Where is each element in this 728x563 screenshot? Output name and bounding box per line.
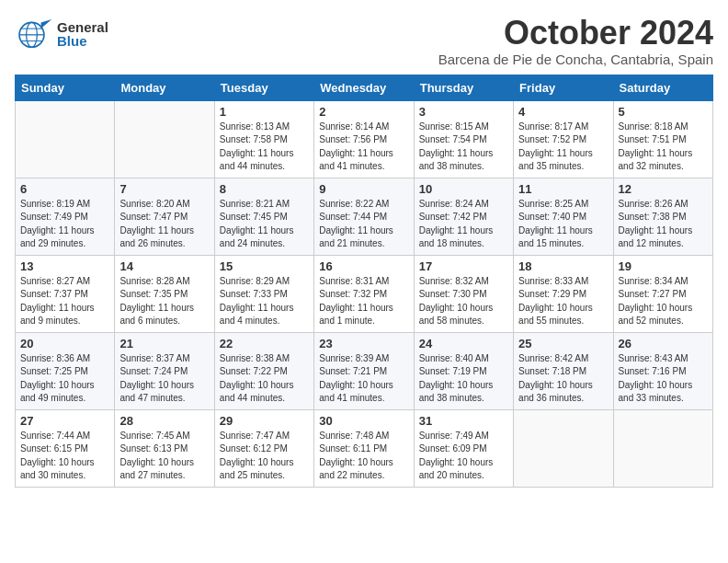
day-info: Sunrise: 8:24 AM Sunset: 7:42 PM Dayligh… bbox=[419, 198, 508, 251]
day-info: Sunrise: 8:25 AM Sunset: 7:40 PM Dayligh… bbox=[518, 198, 608, 251]
day-info: Sunrise: 8:28 AM Sunset: 7:35 PM Dayligh… bbox=[119, 275, 209, 328]
logo: General Blue bbox=[15, 15, 108, 53]
day-info: Sunrise: 8:18 AM Sunset: 7:51 PM Dayligh… bbox=[619, 121, 708, 174]
day-info: Sunrise: 8:40 AM Sunset: 7:19 PM Dayligh… bbox=[419, 352, 508, 406]
calendar-cell: 3Sunrise: 8:15 AM Sunset: 7:54 PM Daylig… bbox=[414, 100, 513, 178]
day-info: Sunrise: 8:14 AM Sunset: 7:56 PM Dayligh… bbox=[319, 121, 408, 174]
calendar-week-2: 6Sunrise: 8:19 AM Sunset: 7:49 PM Daylig… bbox=[16, 178, 713, 255]
day-number: 26 bbox=[619, 337, 708, 350]
calendar-cell bbox=[613, 409, 712, 487]
logo-general-text: General bbox=[57, 20, 108, 34]
day-info: Sunrise: 8:36 AM Sunset: 7:25 PM Dayligh… bbox=[20, 352, 109, 406]
day-number: 28 bbox=[119, 414, 209, 428]
day-info: Sunrise: 7:49 AM Sunset: 6:09 PM Dayligh… bbox=[419, 430, 508, 483]
calendar-cell: 20Sunrise: 8:36 AM Sunset: 7:25 PM Dayli… bbox=[16, 332, 115, 409]
calendar-cell: 6Sunrise: 8:19 AM Sunset: 7:49 PM Daylig… bbox=[16, 178, 115, 255]
day-number: 30 bbox=[319, 414, 408, 428]
calendar-week-4: 20Sunrise: 8:36 AM Sunset: 7:25 PM Dayli… bbox=[16, 332, 713, 409]
day-number: 21 bbox=[119, 337, 209, 350]
calendar-cell: 19Sunrise: 8:34 AM Sunset: 7:27 PM Dayli… bbox=[613, 255, 712, 332]
calendar-cell: 25Sunrise: 8:42 AM Sunset: 7:18 PM Dayli… bbox=[514, 332, 613, 409]
calendar-cell: 26Sunrise: 8:43 AM Sunset: 7:16 PM Dayli… bbox=[613, 332, 712, 409]
day-number: 17 bbox=[419, 259, 508, 273]
day-header-saturday: Saturday bbox=[613, 75, 712, 100]
calendar-cell: 30Sunrise: 7:48 AM Sunset: 6:11 PM Dayli… bbox=[314, 409, 414, 487]
calendar-cell bbox=[115, 100, 214, 178]
day-header-tuesday: Tuesday bbox=[214, 75, 313, 100]
day-number: 11 bbox=[518, 182, 608, 196]
day-info: Sunrise: 8:34 AM Sunset: 7:27 PM Dayligh… bbox=[619, 275, 708, 328]
calendar-cell: 14Sunrise: 8:28 AM Sunset: 7:35 PM Dayli… bbox=[115, 255, 214, 332]
calendar-week-5: 27Sunrise: 7:44 AM Sunset: 6:15 PM Dayli… bbox=[16, 409, 713, 487]
day-number: 20 bbox=[20, 337, 109, 350]
day-info: Sunrise: 7:47 AM Sunset: 6:12 PM Dayligh… bbox=[220, 430, 309, 483]
day-number: 14 bbox=[119, 259, 209, 273]
calendar-cell: 27Sunrise: 7:44 AM Sunset: 6:15 PM Dayli… bbox=[16, 409, 115, 487]
calendar-table: SundayMondayTuesdayWednesdayThursdayFrid… bbox=[15, 75, 713, 488]
logo-icon bbox=[15, 15, 53, 53]
calendar-cell: 10Sunrise: 8:24 AM Sunset: 7:42 PM Dayli… bbox=[414, 178, 513, 255]
calendar-cell: 16Sunrise: 8:31 AM Sunset: 7:32 PM Dayli… bbox=[314, 255, 414, 332]
day-info: Sunrise: 8:15 AM Sunset: 7:54 PM Dayligh… bbox=[419, 121, 508, 174]
day-info: Sunrise: 8:33 AM Sunset: 7:29 PM Dayligh… bbox=[518, 275, 608, 328]
day-number: 16 bbox=[319, 259, 408, 273]
day-number: 24 bbox=[419, 337, 508, 350]
day-number: 3 bbox=[419, 105, 508, 119]
day-info: Sunrise: 8:42 AM Sunset: 7:18 PM Dayligh… bbox=[518, 352, 608, 406]
calendar-cell: 18Sunrise: 8:33 AM Sunset: 7:29 PM Dayli… bbox=[514, 255, 613, 332]
day-number: 6 bbox=[20, 182, 109, 196]
day-number: 23 bbox=[319, 337, 408, 350]
calendar-cell: 17Sunrise: 8:32 AM Sunset: 7:30 PM Dayli… bbox=[414, 255, 513, 332]
day-info: Sunrise: 8:26 AM Sunset: 7:38 PM Dayligh… bbox=[619, 198, 708, 251]
day-number: 31 bbox=[419, 414, 508, 428]
calendar-cell: 29Sunrise: 7:47 AM Sunset: 6:12 PM Dayli… bbox=[214, 409, 313, 487]
day-info: Sunrise: 8:37 AM Sunset: 7:24 PM Dayligh… bbox=[119, 352, 209, 406]
day-number: 25 bbox=[518, 337, 608, 350]
day-header-friday: Friday bbox=[514, 75, 613, 100]
calendar-cell: 13Sunrise: 8:27 AM Sunset: 7:37 PM Dayli… bbox=[16, 255, 115, 332]
calendar-cell bbox=[514, 409, 613, 487]
day-header-sunday: Sunday bbox=[16, 75, 115, 100]
day-number: 22 bbox=[220, 337, 309, 350]
calendar-cell: 4Sunrise: 8:17 AM Sunset: 7:52 PM Daylig… bbox=[514, 100, 613, 178]
day-info: Sunrise: 8:19 AM Sunset: 7:49 PM Dayligh… bbox=[20, 198, 109, 251]
day-header-monday: Monday bbox=[115, 75, 214, 100]
day-info: Sunrise: 8:38 AM Sunset: 7:22 PM Dayligh… bbox=[220, 352, 309, 406]
day-number: 4 bbox=[518, 105, 608, 119]
day-info: Sunrise: 8:27 AM Sunset: 7:37 PM Dayligh… bbox=[20, 275, 109, 328]
day-number: 2 bbox=[319, 105, 408, 119]
day-header-thursday: Thursday bbox=[414, 75, 513, 100]
day-info: Sunrise: 8:32 AM Sunset: 7:30 PM Dayligh… bbox=[419, 275, 508, 328]
calendar-cell: 2Sunrise: 8:14 AM Sunset: 7:56 PM Daylig… bbox=[314, 100, 414, 178]
logo-text: General Blue bbox=[57, 20, 108, 48]
calendar-cell: 12Sunrise: 8:26 AM Sunset: 7:38 PM Dayli… bbox=[613, 178, 712, 255]
calendar-cell: 11Sunrise: 8:25 AM Sunset: 7:40 PM Dayli… bbox=[514, 178, 613, 255]
day-number: 5 bbox=[619, 105, 708, 119]
calendar-cell: 28Sunrise: 7:45 AM Sunset: 6:13 PM Dayli… bbox=[115, 409, 214, 487]
calendar-cell: 5Sunrise: 8:18 AM Sunset: 7:51 PM Daylig… bbox=[613, 100, 712, 178]
calendar-cell bbox=[16, 100, 115, 178]
day-number: 7 bbox=[119, 182, 209, 196]
day-number: 27 bbox=[20, 414, 109, 428]
day-info: Sunrise: 7:48 AM Sunset: 6:11 PM Dayligh… bbox=[319, 430, 408, 483]
day-header-wednesday: Wednesday bbox=[314, 75, 414, 100]
logo-blue-text: Blue bbox=[57, 34, 108, 48]
day-number: 12 bbox=[619, 182, 708, 196]
day-number: 9 bbox=[319, 182, 408, 196]
day-number: 1 bbox=[220, 105, 309, 119]
month-title: October 2024 bbox=[438, 15, 713, 52]
calendar-cell: 23Sunrise: 8:39 AM Sunset: 7:21 PM Dayli… bbox=[314, 332, 414, 409]
day-number: 8 bbox=[220, 182, 309, 196]
day-info: Sunrise: 7:44 AM Sunset: 6:15 PM Dayligh… bbox=[20, 430, 109, 483]
calendar-cell: 1Sunrise: 8:13 AM Sunset: 7:58 PM Daylig… bbox=[214, 100, 313, 178]
calendar-cell: 22Sunrise: 8:38 AM Sunset: 7:22 PM Dayli… bbox=[214, 332, 313, 409]
calendar-cell: 21Sunrise: 8:37 AM Sunset: 7:24 PM Dayli… bbox=[115, 332, 214, 409]
day-number: 18 bbox=[518, 259, 608, 273]
calendar-week-3: 13Sunrise: 8:27 AM Sunset: 7:37 PM Dayli… bbox=[16, 255, 713, 332]
title-block: October 2024 Barcena de Pie de Concha, C… bbox=[438, 15, 713, 67]
day-number: 10 bbox=[419, 182, 508, 196]
day-info: Sunrise: 8:22 AM Sunset: 7:44 PM Dayligh… bbox=[319, 198, 408, 251]
calendar-cell: 15Sunrise: 8:29 AM Sunset: 7:33 PM Dayli… bbox=[214, 255, 313, 332]
day-info: Sunrise: 8:31 AM Sunset: 7:32 PM Dayligh… bbox=[319, 275, 408, 328]
calendar-cell: 8Sunrise: 8:21 AM Sunset: 7:45 PM Daylig… bbox=[214, 178, 313, 255]
